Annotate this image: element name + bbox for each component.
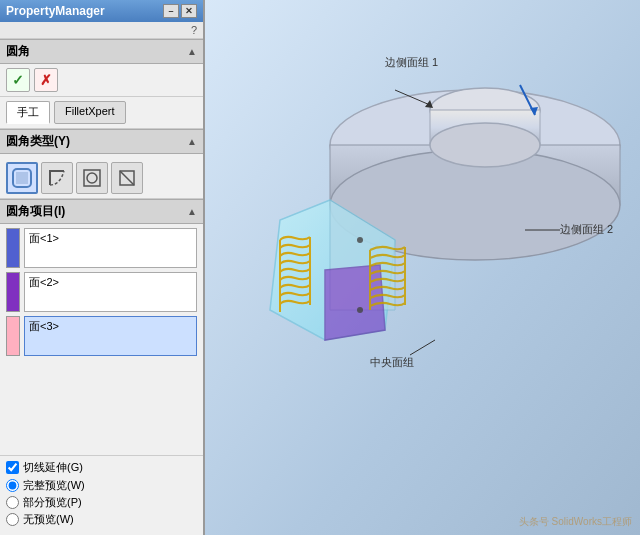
svg-point-19 — [357, 237, 363, 243]
face-color-bar-1 — [6, 228, 20, 268]
fillet-type-icon-1[interactable] — [6, 162, 38, 194]
radio-partial-preview-label: 部分预览(P) — [23, 495, 82, 510]
svg-point-20 — [357, 307, 363, 313]
label-center-group: 边侧面组 2 — [560, 222, 613, 237]
face-item-1: 面<1> — [6, 228, 197, 268]
checkbox-tangent-label: 切线延伸(G) — [23, 460, 83, 475]
close-btn[interactable]: ✕ — [181, 4, 197, 18]
action-row: ✓ ✗ — [0, 64, 203, 97]
svg-rect-1 — [16, 172, 28, 184]
section-label-fillet[interactable]: 圆角 ▲ — [0, 39, 203, 64]
radio-full-preview-input[interactable] — [6, 479, 19, 492]
viewport-content: 边侧面组 1 边侧面组 2 中央面组 头条号 SolidWorks工程师 — [205, 0, 640, 535]
panel-title: PropertyManager — [6, 4, 105, 18]
checkbox-tangent-input[interactable] — [6, 461, 19, 474]
checkbox-tangent: 切线延伸(G) — [6, 460, 197, 475]
radio-no-preview-input[interactable] — [6, 513, 19, 526]
options-section: 切线延伸(G) 完整预览(W) 部分预览(P) 无预览(W) — [0, 455, 203, 535]
ok-button[interactable]: ✓ — [6, 68, 30, 92]
fillet-type-section — [0, 154, 203, 199]
svg-point-10 — [430, 123, 540, 167]
face-item-2: 面<2> — [6, 272, 197, 312]
fillet-items-section: 面<1> 面<2> 面<3> — [0, 224, 203, 455]
label-side-group-2: 中央面组 — [370, 355, 414, 370]
face-input-1[interactable]: 面<1> — [24, 228, 197, 268]
titlebar-controls: – ✕ — [163, 4, 197, 18]
panel-titlebar: PropertyManager – ✕ — [0, 0, 203, 22]
radio-no-preview: 无预览(W) — [6, 512, 197, 527]
radio-partial-preview: 部分预览(P) — [6, 495, 197, 510]
tab-filletxpert[interactable]: FilletXpert — [54, 101, 126, 124]
main-container: PropertyManager – ✕ ? 圆角 ▲ ✓ ✗ — [0, 0, 640, 535]
cancel-icon: ✗ — [40, 72, 52, 88]
fillet-type-icon-2[interactable] — [41, 162, 73, 194]
fillet-type-icon-4[interactable] — [111, 162, 143, 194]
property-panel: PropertyManager – ✕ ? 圆角 ▲ ✓ ✗ — [0, 0, 205, 535]
face-color-bar-2 — [6, 272, 20, 312]
face-item-3: 面<3> — [6, 316, 197, 356]
fillet-items-arrow: ▲ — [187, 206, 197, 217]
cancel-button[interactable]: ✗ — [34, 68, 58, 92]
minimize-btn[interactable]: – — [163, 4, 179, 18]
fillet-type-icons — [6, 162, 197, 194]
svg-point-3 — [87, 173, 97, 183]
tab-manual[interactable]: 手工 — [6, 101, 50, 124]
fillet-type-icon-3[interactable] — [76, 162, 108, 194]
radio-no-preview-label: 无预览(W) — [23, 512, 74, 527]
face-color-bar-3 — [6, 316, 20, 356]
label-side-group-1: 边侧面组 1 — [385, 55, 438, 70]
section-label-fillet-type[interactable]: 圆角类型(Y) ▲ — [0, 129, 203, 154]
watermark: 头条号 SolidWorks工程师 — [519, 515, 632, 529]
collapse-arrow: ▲ — [187, 46, 197, 57]
svg-rect-4 — [205, 0, 640, 535]
fillet-items-label: 圆角项目(I) — [6, 203, 65, 220]
help-label[interactable]: ? — [191, 24, 197, 36]
section-label-fillet-items[interactable]: 圆角项目(I) ▲ — [0, 199, 203, 224]
radio-full-preview-label: 完整预览(W) — [23, 478, 85, 493]
section-title: 圆角 — [6, 43, 30, 60]
radio-partial-preview-input[interactable] — [6, 496, 19, 509]
viewport: 边侧面组 1 边侧面组 2 中央面组 头条号 SolidWorks工程师 — [205, 0, 640, 535]
ok-icon: ✓ — [12, 72, 24, 88]
radio-full-preview: 完整预览(W) — [6, 478, 197, 493]
face-input-2[interactable]: 面<2> — [24, 272, 197, 312]
fillet-type-arrow: ▲ — [187, 136, 197, 147]
face-input-3[interactable]: 面<3> — [24, 316, 197, 356]
help-row: ? — [0, 22, 203, 39]
fillet-type-label: 圆角类型(Y) — [6, 133, 70, 150]
tab-row: 手工 FilletXpert — [0, 97, 203, 129]
